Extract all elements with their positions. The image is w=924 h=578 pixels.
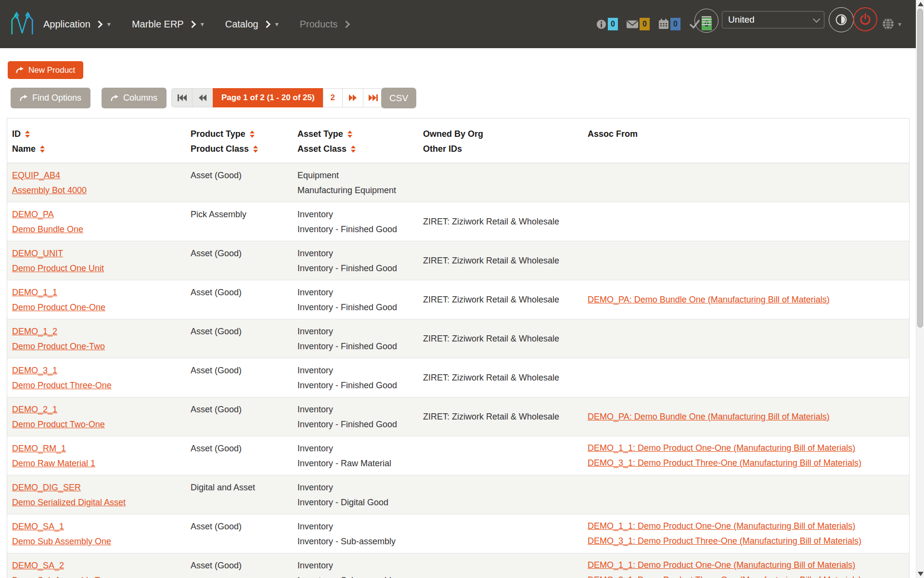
cell-id-name: DEMO_PADemo Bundle One xyxy=(12,202,191,241)
cell-asset-type: InventoryInventory - Finished Good xyxy=(297,202,423,241)
product-name-link[interactable]: Assembly Bot 4000 xyxy=(12,183,87,198)
info-notifications-button[interactable]: 0 xyxy=(596,18,618,30)
cell-id-name: DEMO_RM_1Demo Raw Material 1 xyxy=(12,436,191,475)
assoc-from-link[interactable]: DEMO_1_1: Demo Product One-One (Manufact… xyxy=(588,558,855,573)
cell-owned-by-org: ZIRET: Ziziwork Retail & Wholesale xyxy=(423,280,588,319)
product-id-link[interactable]: DEMO_SA_1 xyxy=(12,519,64,534)
locale-button[interactable]: ▾ xyxy=(882,17,901,30)
assoc-from-link[interactable]: DEMO_3_1: Demo Product Three-One (Manufa… xyxy=(588,456,861,471)
events-button[interactable]: 0 xyxy=(658,18,680,30)
sort-icon xyxy=(40,145,45,153)
sort-header-product-class[interactable]: Product Class xyxy=(191,142,297,157)
table-row: DEMO_2_1Demo Product Two-OneAsset (Good)… xyxy=(7,397,909,436)
products-table: ID Name Product Type Product Class Asset… xyxy=(7,118,910,578)
product-name-link[interactable]: Demo Sub Assembly Two xyxy=(12,573,111,578)
asset-class-value: Inventory - Finished Good xyxy=(297,378,423,393)
product-id-link[interactable]: DEMO_RM_1 xyxy=(12,441,66,456)
assoc-from-link[interactable]: DEMO_3_1: Demo Product Three-One (Manufa… xyxy=(588,534,861,549)
pager-page-2-button[interactable]: 2 xyxy=(323,88,343,107)
owned-by-org-value: ZIRET: Ziziwork Retail & Wholesale xyxy=(423,331,588,346)
cell-asset-type: InventoryInventory - Finished Good xyxy=(297,397,423,436)
product-type-value: Digital and Asset xyxy=(191,480,297,495)
product-id-link[interactable]: DEMO_3_1 xyxy=(12,363,57,378)
product-id-link[interactable]: DEMO_2_1 xyxy=(12,402,57,417)
product-name-link[interactable]: Demo Product Three-One xyxy=(12,378,112,393)
menu-catalog[interactable]: Catalog ▾ xyxy=(225,19,279,30)
pager-current-page[interactable]: Page 1 of 2 (1 - 20 of 25) xyxy=(213,88,323,107)
logout-button[interactable] xyxy=(853,7,877,31)
cell-assoc-from xyxy=(588,319,909,358)
menu-catalog-label: Catalog xyxy=(225,19,258,30)
cell-assoc-from xyxy=(588,475,909,514)
app-logo-icon[interactable] xyxy=(10,12,36,37)
assoc-from-link[interactable]: DEMO_3_1: Demo Product Three-One (Manufa… xyxy=(588,573,861,578)
breadcrumb-products: Products xyxy=(300,19,351,30)
csv-export-button[interactable]: CSV xyxy=(381,88,416,108)
sort-header-name[interactable]: Name xyxy=(12,142,191,157)
pager-previous-button[interactable] xyxy=(192,88,213,107)
product-name-link[interactable]: Demo Sub Assembly One xyxy=(12,534,111,549)
product-id-link[interactable]: DEMO_1_1 xyxy=(12,285,57,300)
power-icon xyxy=(859,13,872,26)
cell-asset-type: EquipmentManufacturing Equipment xyxy=(297,163,423,202)
header-asset-type-label: Asset Type xyxy=(297,129,343,139)
table-row: DEMO_3_1Demo Product Three-OneAsset (Goo… xyxy=(7,358,909,397)
vertical-scrollbar[interactable] xyxy=(916,0,924,578)
product-id-link[interactable]: DEMO_UNIT xyxy=(12,246,63,261)
asset-class-value: Inventory - Finished Good xyxy=(297,222,423,237)
asset-type-value: Equipment xyxy=(297,168,423,183)
scroll-up-arrow-icon[interactable] xyxy=(918,2,924,6)
product-id-link[interactable]: DEMO_SA_2 xyxy=(12,558,64,573)
assoc-from-link[interactable]: DEMO_PA: Demo Bundle One (Manufacturing … xyxy=(588,292,830,307)
product-name-link[interactable]: Demo Raw Material 1 xyxy=(12,456,95,471)
scrollbar-thumb[interactable] xyxy=(917,9,923,328)
screen-list-button[interactable] xyxy=(694,9,719,33)
menu-marble-erp[interactable]: Marble ERP ▾ xyxy=(132,19,204,30)
asset-type-value: Inventory xyxy=(297,363,423,378)
product-name-link[interactable]: Demo Serialized Digital Asset xyxy=(12,495,126,510)
sort-header-id[interactable]: ID xyxy=(12,127,191,142)
scroll-down-arrow-icon[interactable] xyxy=(918,572,924,576)
product-id-link[interactable]: DEMO_1_2 xyxy=(12,324,57,339)
menu-application[interactable]: Application ▾ xyxy=(43,19,111,30)
sort-icon xyxy=(347,131,352,138)
assoc-from-link[interactable]: DEMO_PA: Demo Bundle One (Manufacturing … xyxy=(588,409,830,424)
asset-class-value: Inventory - Finished Good xyxy=(297,261,423,276)
table-header: ID Name Product Type Product Class Asset… xyxy=(7,118,909,163)
dark-mode-toggle-button[interactable] xyxy=(829,7,854,32)
sort-header-asset-class[interactable]: Asset Class xyxy=(297,142,423,157)
sort-header-product-type[interactable]: Product Type xyxy=(191,127,297,142)
owned-by-org-value: ZIRET: Ziziwork Retail & Wholesale xyxy=(423,214,588,229)
product-id-link[interactable]: EQUIP_AB4 xyxy=(12,168,60,183)
cell-id-name: DEMO_SA_1Demo Sub Assembly One xyxy=(12,514,191,553)
product-name-link[interactable]: Demo Product One-One xyxy=(12,300,105,315)
asset-class-value: Inventory - Sub-assembly xyxy=(297,534,423,549)
product-name-link[interactable]: Demo Product One-Two xyxy=(12,339,105,354)
cell-id-name: DEMO_3_1Demo Product Three-One xyxy=(12,358,191,397)
sort-header-asset-type[interactable]: Asset Type xyxy=(297,127,423,142)
find-options-button[interactable]: Find Options xyxy=(11,88,90,108)
cell-id-name: DEMO_SA_2Demo Sub Assembly Two xyxy=(12,553,191,578)
assoc-from-link[interactable]: DEMO_1_1: Demo Product One-One (Manufact… xyxy=(588,441,855,456)
product-id-link[interactable]: DEMO_DIG_SER xyxy=(12,480,81,495)
columns-button[interactable]: Columns xyxy=(102,88,167,108)
breadcrumb-products-label: Products xyxy=(300,19,338,30)
product-name-link[interactable]: Demo Product One Unit xyxy=(12,261,104,276)
asset-type-value: Inventory xyxy=(297,480,423,495)
page-2-label: 2 xyxy=(330,93,334,103)
pager-next-button[interactable] xyxy=(342,88,363,107)
assoc-from-link[interactable]: DEMO_1_1: Demo Product One-One (Manufact… xyxy=(588,519,855,534)
product-name-link[interactable]: Demo Product Two-One xyxy=(12,417,105,432)
product-type-value: Asset (Good) xyxy=(191,363,297,378)
org-select[interactable]: United xyxy=(722,11,824,28)
product-type-value: Asset (Good) xyxy=(191,168,297,183)
cell-assoc-from: DEMO_1_1: Demo Product One-One (Manufact… xyxy=(588,514,909,553)
pager-first-button[interactable] xyxy=(171,88,192,107)
messages-button[interactable]: 0 xyxy=(626,18,650,30)
product-id-link[interactable]: DEMO_PA xyxy=(12,207,54,222)
table-row: DEMO_1_2Demo Product One-TwoAsset (Good)… xyxy=(7,319,909,358)
header-other-ids-label: Other IDs xyxy=(423,144,462,154)
new-product-button[interactable]: New Product xyxy=(8,61,83,79)
product-name-link[interactable]: Demo Bundle One xyxy=(12,222,83,237)
cell-id-name: DEMO_2_1Demo Product Two-One xyxy=(12,397,191,436)
